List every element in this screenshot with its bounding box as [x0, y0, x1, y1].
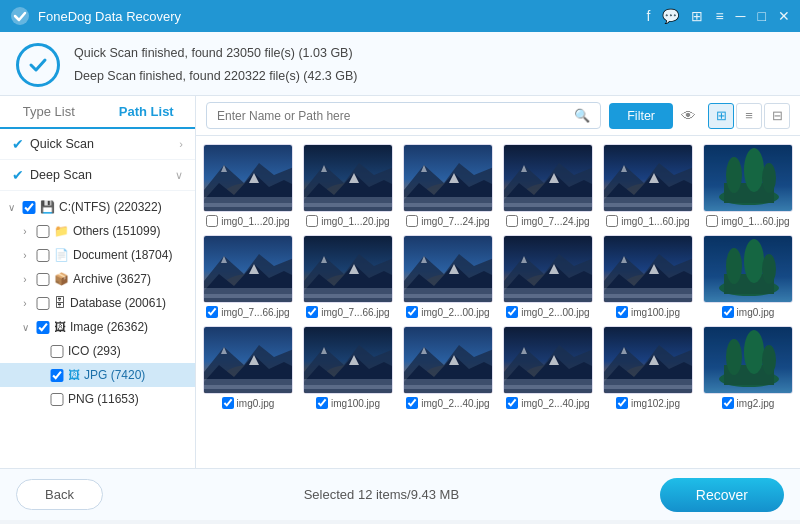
- tree-row-others[interactable]: › 📁 Others (151099): [0, 219, 195, 243]
- deep-scan-item[interactable]: ✔ Deep Scan ∨: [0, 160, 195, 191]
- quick-scan-item[interactable]: ✔ Quick Scan ›: [0, 129, 195, 160]
- image-checkbox[interactable]: [722, 306, 734, 318]
- grid-item[interactable]: img0_7...66.jpg: [302, 235, 394, 318]
- svg-rect-131: [404, 385, 493, 394]
- grid-icon[interactable]: ⊞: [691, 8, 703, 24]
- image-filename: img0.jpg: [237, 398, 275, 409]
- image-checkbox[interactable]: [306, 215, 318, 227]
- image-thumbnail: [403, 235, 493, 303]
- svg-rect-113: [204, 385, 293, 394]
- grid-item[interactable]: img100.jpg: [602, 235, 694, 318]
- grid-item[interactable]: img0_2...00.jpg: [502, 235, 594, 318]
- detail-view-button[interactable]: ⊟: [764, 103, 790, 129]
- others-checkbox[interactable]: [36, 225, 50, 238]
- image-label-row: img0_2...00.jpg: [406, 306, 489, 318]
- preview-eye-icon[interactable]: 👁: [681, 107, 696, 124]
- chat-icon[interactable]: 💬: [662, 8, 679, 24]
- tree-row-ico[interactable]: ICO (293): [0, 339, 195, 363]
- content-area: 🔍 Filter 👁 ⊞ ≡ ⊟: [196, 96, 800, 468]
- bottom-bar: Back Selected 12 items/9.43 MB Recover: [0, 468, 800, 520]
- png-checkbox[interactable]: [50, 393, 64, 406]
- document-checkbox[interactable]: [36, 249, 50, 262]
- ico-checkbox[interactable]: [50, 345, 64, 358]
- grid-item[interactable]: img0_2...40.jpg: [402, 326, 494, 409]
- tree-row-image[interactable]: ∨ 🖼 Image (26362): [0, 315, 195, 339]
- document-label: Document (18704): [73, 248, 172, 262]
- recover-button[interactable]: Recover: [660, 478, 784, 512]
- svg-rect-61: [204, 294, 293, 303]
- grid-item[interactable]: img2.jpg: [702, 326, 794, 409]
- view-toggle: ⊞ ≡ ⊟: [708, 103, 790, 129]
- image-label-row: img0_1...60.jpg: [706, 215, 789, 227]
- image-checkbox[interactable]: [406, 397, 418, 409]
- grid-item[interactable]: img0_1...60.jpg: [702, 144, 794, 227]
- facebook-icon[interactable]: f: [647, 8, 651, 24]
- grid-item[interactable]: img102.jpg: [602, 326, 694, 409]
- grid-item[interactable]: img0_7...24.jpg: [502, 144, 594, 227]
- grid-item[interactable]: img0_7...24.jpg: [402, 144, 494, 227]
- tab-type-list[interactable]: Type List: [0, 96, 98, 129]
- filter-button[interactable]: Filter: [609, 103, 673, 129]
- tree-row-jpg[interactable]: 🖼 JPG (7420): [0, 363, 195, 387]
- title-bar: FoneDog Data Recovery f 💬 ⊞ ≡ ─ □ ✕: [0, 0, 800, 32]
- sidebar: Type List Path List ✔ Quick Scan › ✔ Dee…: [0, 96, 196, 468]
- image-thumbnail: [703, 235, 793, 303]
- tree-row-drive[interactable]: ∨ 💾 C:(NTFS) (220322): [0, 195, 195, 219]
- image-checkbox[interactable]: [616, 306, 628, 318]
- image-checkbox[interactable]: [722, 397, 734, 409]
- image-filename: img0_7...66.jpg: [321, 307, 389, 318]
- svg-rect-18: [304, 203, 393, 212]
- grid-item[interactable]: img0.jpg: [702, 235, 794, 318]
- close-icon[interactable]: ✕: [778, 8, 790, 24]
- archive-checkbox[interactable]: [36, 273, 50, 286]
- grid-item[interactable]: img0_2...40.jpg: [502, 326, 594, 409]
- grid-item[interactable]: img0.jpg: [202, 326, 294, 409]
- jpg-checkbox[interactable]: [50, 369, 64, 382]
- tab-path-list[interactable]: Path List: [98, 96, 196, 129]
- image-checkbox[interactable]: [406, 215, 418, 227]
- grid-item[interactable]: img0_2...00.jpg: [402, 235, 494, 318]
- image-checkbox[interactable]: [206, 215, 218, 227]
- tree-row-document[interactable]: › 📄 Document (18704): [0, 243, 195, 267]
- grid-item[interactable]: img0_1...20.jpg: [202, 144, 294, 227]
- list-view-button[interactable]: ≡: [736, 103, 762, 129]
- image-checkbox[interactable]: [222, 397, 234, 409]
- image-checkbox[interactable]: [506, 306, 518, 318]
- svg-rect-79: [404, 294, 493, 303]
- grid-item[interactable]: img100.jpg: [302, 326, 394, 409]
- image-filename: img0_1...20.jpg: [221, 216, 289, 227]
- image-filename: img0_7...24.jpg: [421, 216, 489, 227]
- tree-row-archive[interactable]: › 📦 Archive (3627): [0, 267, 195, 291]
- document-arrow-icon: ›: [18, 250, 32, 261]
- drive-checkbox[interactable]: [22, 201, 36, 214]
- back-button[interactable]: Back: [16, 479, 103, 510]
- maximize-icon[interactable]: □: [758, 8, 766, 24]
- image-checkbox[interactable]: [616, 397, 628, 409]
- minimize-icon[interactable]: ─: [736, 8, 746, 24]
- image-checkbox[interactable]: [36, 321, 50, 334]
- svg-rect-27: [404, 203, 493, 212]
- search-input[interactable]: [217, 109, 574, 123]
- image-checkbox[interactable]: [406, 306, 418, 318]
- image-checkbox[interactable]: [606, 215, 618, 227]
- image-thumbnail: [403, 326, 493, 394]
- tree-row-database[interactable]: › 🗄 Database (20061): [0, 291, 195, 315]
- image-checkbox[interactable]: [506, 397, 518, 409]
- grid-item[interactable]: img0_7...66.jpg: [202, 235, 294, 318]
- image-checkbox[interactable]: [506, 215, 518, 227]
- image-thumbnail: [503, 144, 593, 212]
- image-checkbox[interactable]: [206, 306, 218, 318]
- grid-item[interactable]: img0_1...20.jpg: [302, 144, 394, 227]
- jpg-label: JPG (7420): [84, 368, 145, 382]
- grid-item[interactable]: img0_1...60.jpg: [602, 144, 694, 227]
- image-checkbox[interactable]: [706, 215, 718, 227]
- grid-view-button[interactable]: ⊞: [708, 103, 734, 129]
- image-checkbox[interactable]: [306, 306, 318, 318]
- image-thumbnail: [303, 235, 393, 303]
- image-checkbox[interactable]: [316, 397, 328, 409]
- database-checkbox[interactable]: [36, 297, 50, 310]
- menu-icon[interactable]: ≡: [715, 8, 723, 24]
- tree-row-png[interactable]: PNG (11653): [0, 387, 195, 411]
- archive-label: Archive (3627): [73, 272, 151, 286]
- search-box[interactable]: 🔍: [206, 102, 601, 129]
